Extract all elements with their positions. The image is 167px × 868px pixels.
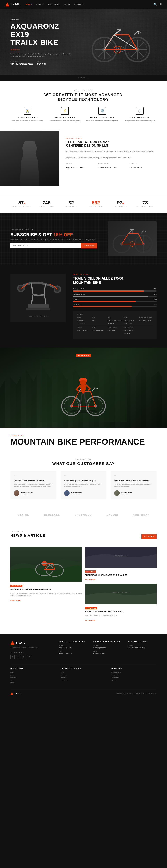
subscribe-button[interactable]: SUBSCRIBE [81, 243, 97, 248]
author-info-1: Fred Rodriguez Trail Rider [21, 492, 33, 495]
footer-link-accessories[interactable]: Accessories [111, 677, 157, 678]
mountain-section-label: TRAIL BIKE [10, 435, 157, 436]
footer-address-label: Address [128, 645, 157, 646]
footer-link-features[interactable]: Features [10, 677, 56, 678]
news-tag-main: TRAIL NEWS [10, 585, 23, 587]
spec-frame-value: Triple Oval — 1 MEDIUM [66, 167, 84, 169]
author-info-2: Byron Mccarty Mountain Biker [71, 492, 82, 495]
design-desc1: Nihil adipiscing est. When designing wit… [66, 150, 160, 153]
subscribe-email-input[interactable] [10, 243, 81, 248]
best-bike-title: TRAIL VIGILLON ALLEZ TX-86 MOUNTAIN BIKE [73, 276, 157, 285]
stat-models-number: 97+ [109, 200, 132, 205]
svg-line-20 [139, 42, 144, 47]
testimonials-grid: " Quae ab illo inventore veritatis et Lo… [10, 471, 157, 499]
subscribe-desc: Lorem ipsum dolor sit amet, consectetur … [10, 239, 97, 241]
logo-text: TRAIL [10, 3, 20, 6]
footer-link-blog[interactable]: Blog [10, 679, 56, 681]
spec-handlebar: HANDLEBAR Aluminium 1 — 1 LARGE [98, 163, 128, 169]
svg-line-25 [114, 30, 121, 35]
perf-value-perform: 90% [154, 293, 157, 295]
hero-bike-image [84, 19, 157, 64]
testimonials-title: WHAT OUR CUSTOMERS SAY [10, 461, 157, 466]
news-readmore-2[interactable]: READ MORE [85, 579, 95, 581]
footer-link-faq[interactable]: FAQ [61, 672, 106, 674]
spec-crankset: Crankset TRAIL 1 CRANK [76, 327, 91, 335]
hero-section: $165,00 AXQUARONZ EX19 TRAILX BIKE ★★★★★… [0, 9, 167, 75]
subscribe-title: SUBSCRIBE & GET 15% OFF [10, 232, 97, 237]
news-grid: TRAIL NEWS Ninja Mountain Bike Performan… [10, 547, 157, 625]
find-out-more-label: FIND OUT MORE [66, 137, 160, 139]
twitter-icon[interactable]: t [16, 655, 20, 659]
news-desc-3: Lorem ipsum dolor sit amet, consectetur … [85, 614, 157, 617]
news-image-main [10, 547, 82, 582]
feature-safety-desc: Lorem ipsum dolor sit amet, consectetur … [85, 120, 119, 122]
nav-home[interactable]: HOME [26, 3, 32, 5]
nav-features[interactable]: FEATURES [48, 3, 60, 5]
stat-accessories-number: 78 [134, 200, 157, 205]
author-avatar-1 [14, 490, 20, 496]
testimonial-title-3: Quis autem vel eum iure reprehenderit [114, 480, 153, 482]
spec-handlebar-label: HANDLEBAR [98, 163, 128, 165]
all-news-button[interactable]: ALL NEWS [141, 534, 157, 539]
stat-models: 97+ BIKE MODELS [109, 200, 132, 208]
spec-header-fork: Fork TRAIL BRAND, C.115 CHROME [108, 317, 122, 325]
author-name-1: Fred Rodriguez [21, 492, 33, 493]
spec-frame-label: FRAME [66, 163, 96, 165]
footer-link-apparel[interactable]: Apparel [111, 679, 157, 681]
feature-safety: 🛡️ HIGH SAFE EFFICIENCY Lorem ipsum dolo… [85, 107, 119, 122]
nav-about[interactable]: ABOUT [36, 3, 44, 5]
feature-power-desc: Lorem ipsum dolor sit amet, consectetur … [10, 120, 44, 122]
perf-track-brakes [73, 306, 157, 307]
hero-description: Lorem ipsum is simply a dummy text of th… [10, 53, 76, 58]
stat-wins: 32 TOTAL WINS [60, 200, 82, 208]
footer-link-shipping[interactable]: Shipping [61, 674, 106, 676]
feature-power-ride: 🚴 POWER YOUR RIDE Lorem ipsum dolor sit … [10, 107, 44, 122]
footer-phone-value: +1 (555) 123-4567 [59, 647, 88, 649]
spec-header-freewheel: Freewheel/Cassette FREEWHEEL 5 4/8 [139, 317, 153, 325]
svg-text:Power Your Hormones: Power Your Hormones [111, 591, 131, 593]
perf-value-damage: 85% [154, 288, 157, 290]
footer-link-mountain[interactable]: Mountain Bikes [111, 672, 157, 674]
news-header-text: OUR NEWS NEWS & ARTICLE [10, 530, 45, 543]
spec-shifter-label: SHIFTER [131, 163, 160, 165]
youtube-icon[interactable]: yt [27, 655, 31, 659]
nav-contact[interactable]: CONTACT [74, 3, 85, 5]
facebook-icon[interactable]: f [10, 655, 14, 659]
social-icons: f t in yt [10, 655, 54, 659]
logo[interactable]: TRAIL [5, 2, 20, 6]
stats-section: 57+ COMPLETED PROJECTS 745 COMPLETED RUN… [0, 195, 167, 213]
spec-handlebar-value: Aluminium 1 — 1 LARGE [98, 167, 117, 169]
stat-accessories-label: BIKE ACCESSORIES [134, 206, 157, 208]
footer-link-contact[interactable]: Contact [10, 682, 56, 683]
footer-link-about[interactable]: About [10, 674, 56, 676]
stat-accessories: 78 BIKE ACCESSORIES [134, 200, 157, 208]
perf-bar-damage: Damage & Durfo 85% [73, 288, 157, 291]
scroll-indicator: SCROLL [0, 75, 167, 81]
footer-link-returns[interactable]: Returns [61, 677, 106, 678]
search-icon[interactable]: 🔍 [154, 3, 157, 6]
nav-blog[interactable]: BLOG [64, 3, 70, 5]
dark-bike-visual [108, 221, 157, 256]
menu-icon[interactable]: ☰ [160, 3, 162, 6]
news-readmore-3[interactable]: READ MORE [85, 620, 95, 621]
footer-support-value: support@trail.com [93, 647, 123, 649]
testimonial-author-3: Bennett Miller Pro Cyclist [114, 490, 153, 496]
author-name-2: Byron Mccarty [71, 492, 82, 493]
instagram-icon[interactable]: in [22, 655, 26, 659]
footer-link-home[interactable]: Home [10, 672, 56, 674]
footer-fax-label: Fax [59, 650, 88, 652]
perf-bar-perform: Perform Bike FX 90% [73, 293, 157, 297]
news-readmore-main[interactable]: READ MORE [10, 600, 21, 601]
stat-models-label: BIKE MODELS [109, 206, 132, 208]
footer-link-track[interactable]: Track Order [61, 679, 106, 681]
footer-col-email: WANT TO EMAIL WITH US? Support support@t… [93, 641, 123, 659]
spec-header-size: Size LXD [92, 317, 106, 325]
footer-link-road[interactable]: Road Bikes [111, 674, 157, 676]
mountain-title: Mountain Bike Performance [10, 438, 157, 446]
social-label: SOCIAL MEDIA [10, 652, 54, 653]
spec-shifter: SHIFTER XT 9-11 SPEED [131, 163, 160, 169]
person-silhouette [18, 141, 42, 186]
footer-quick-links: QUICK LINKS Home About Features Blog Con… [10, 668, 56, 684]
footer-customer-service: CUSTOMER SERVICE FAQ Shipping Returns Tr… [61, 668, 106, 684]
testimonial-text-1: Lorem ipsum dolor sit amet, consectetur … [14, 483, 53, 488]
